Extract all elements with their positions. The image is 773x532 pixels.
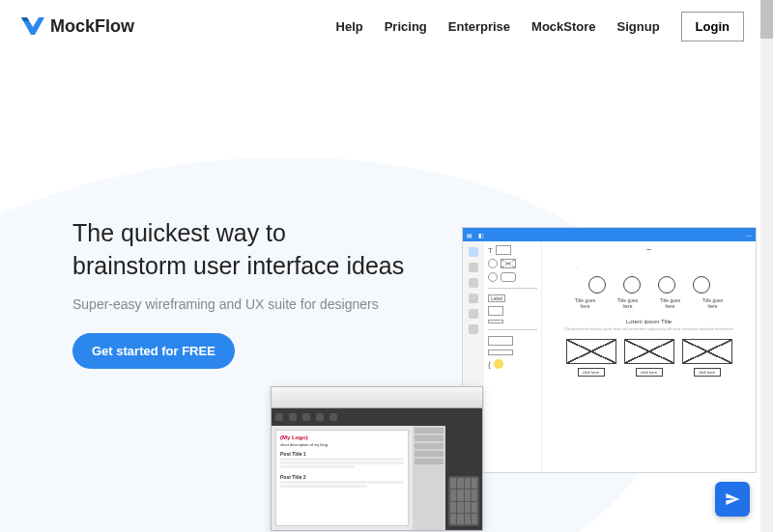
editor-inspector — [413, 426, 445, 530]
brand-logo[interactable]: MockFlow — [21, 16, 134, 37]
nav-pricing[interactable]: Pricing — [385, 19, 427, 34]
hero-illustration-wireframe-app: ▤◧⋯ T Label { — [462, 227, 757, 473]
nav-signup[interactable]: Signup — [617, 19, 660, 34]
hero-section: The quickest way to brainstorm user inte… — [0, 53, 773, 497]
cta-get-started-button[interactable]: Get started for FREE — [72, 333, 235, 369]
wireframe-app-topbar: ▤◧⋯ — [463, 228, 756, 241]
hero-headline-line1: The quickest way to — [72, 219, 286, 246]
brand-name: MockFlow — [50, 16, 134, 37]
hero-illustration-browser-editor: (My Logo) short description of my blog P… — [271, 386, 483, 531]
editor-calc-widget — [445, 426, 482, 530]
page-scrollbar[interactable] — [760, 0, 773, 532]
scrollbar-thumb[interactable] — [760, 0, 773, 39]
send-icon — [725, 491, 740, 507]
hero-headline-line2: brainstorm user interface ideas — [72, 252, 404, 279]
wireframe-app-component-palette: T Label { — [484, 241, 542, 472]
chat-fab-button[interactable] — [715, 482, 750, 517]
site-header: MockFlow Help Pricing Enterprise MockSto… — [0, 0, 773, 53]
browser-chrome — [272, 387, 482, 408]
login-button[interactable]: Login — [681, 12, 744, 42]
nav-help[interactable]: Help — [336, 19, 363, 34]
editor-document: (My Logo) short description of my blog P… — [275, 430, 409, 526]
nav-mockstore[interactable]: MockStore — [531, 19, 595, 34]
editor-toolbar — [272, 408, 482, 426]
nav-enterprise[interactable]: Enterprise — [448, 19, 510, 34]
wireframe-app-canvas: Title goes here Title goes here Title go… — [542, 241, 756, 472]
top-nav: Help Pricing Enterprise MockStore Signup… — [336, 12, 744, 42]
logo-mark-icon — [21, 17, 44, 37]
